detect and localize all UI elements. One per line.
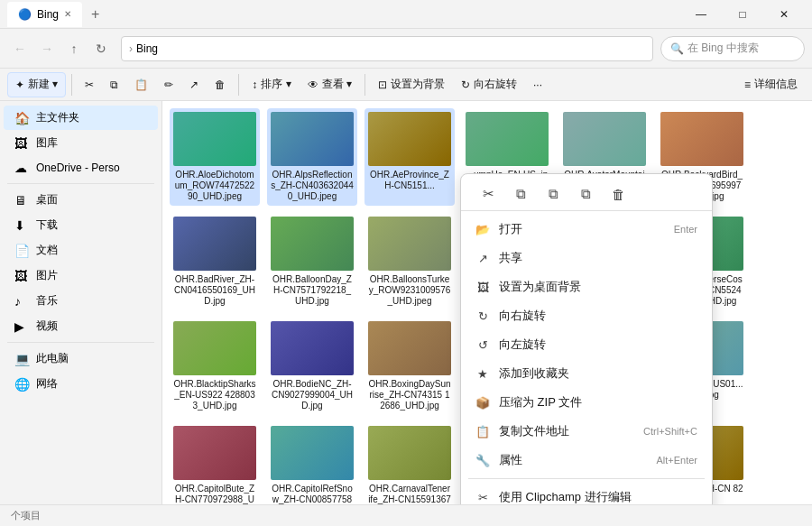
list-item[interactable]: OHR.CapitolRefSnow_ZH-CN0085775882_UHD.j… — [267, 422, 357, 504]
ctx-open[interactable]: 📂 打开 Enter — [461, 215, 712, 244]
statusbar: 个项目 — [0, 504, 812, 526]
sidebar-item-music[interactable]: ♪ 音乐 — [4, 289, 158, 313]
sidebar-videos-label: 视频 — [36, 318, 58, 334]
sidebar-downloads-label: 下载 — [36, 217, 58, 233]
ctx-zip[interactable]: 📦 压缩为 ZIP 文件 — [461, 388, 712, 417]
list-item[interactable]: OHR.CarnavalTenerife_ZH-CN1559136778_UHD… — [364, 422, 455, 504]
ctx-set-bg[interactable]: 🖼 设置为桌面背景 — [461, 272, 712, 301]
ctx-properties[interactable]: 🔧 属性 Alt+Enter — [461, 446, 712, 475]
sidebar-item-docs[interactable]: 📄 文档 — [4, 238, 158, 263]
set-bg-button[interactable]: ⊡ 设置为背景 — [371, 72, 452, 97]
file-content: OHR.AloeDichotomum_ROW7447252290_UHD.jpe… — [162, 101, 812, 504]
pc-icon: 💻 — [14, 352, 29, 366]
cut-button[interactable]: ✂ — [78, 72, 101, 97]
status-items: 个项目 — [11, 509, 41, 522]
cloud-icon: ☁ — [14, 161, 29, 175]
refresh-button[interactable]: ↻ — [88, 36, 114, 61]
ctx-zip-label: 压缩为 ZIP 文件 — [499, 394, 582, 411]
rotate-right-label: 向右旋转 — [474, 77, 517, 92]
ctx-open-label: 打开 — [499, 221, 522, 237]
forward-button[interactable]: → — [34, 36, 60, 61]
sidebar-gallery-label: 图库 — [36, 135, 58, 151]
sort-label: 排序 ▾ — [261, 77, 291, 92]
videos-icon: ▶ — [14, 319, 29, 334]
ctx-rotate-right[interactable]: ↻ 向右旋转 — [461, 301, 712, 330]
sidebar-item-pc[interactable]: 💻 此电脑 — [4, 346, 158, 371]
close-button[interactable]: ✕ — [763, 0, 805, 29]
list-item[interactable]: OHR.AeProvince_ZH-CN5151... — [364, 108, 455, 206]
delete-icon: 🗑 — [215, 78, 226, 91]
ctx-rotate-left[interactable]: ↺ 向左旋转 — [461, 330, 712, 359]
details-label: 详细信息 — [754, 77, 798, 92]
sidebar-item-home[interactable]: 🏠 主文件夹 — [4, 106, 158, 130]
details-icon: ≡ — [744, 78, 751, 91]
search-icon: 🔍 — [670, 42, 684, 55]
ctx-paste-button[interactable]: ⧉ — [573, 181, 598, 207]
ctx-delete-button[interactable]: 🗑 — [605, 181, 631, 207]
search-box[interactable]: 🔍 在 Bing 中搜索 — [660, 36, 805, 61]
list-item[interactable]: OHR.AloeDichotomum_ROW7447252290_UHD.jpe… — [170, 108, 260, 206]
copy-button[interactable]: ⧉ — [103, 72, 125, 97]
new-tab-button[interactable]: + — [84, 6, 106, 23]
view-button[interactable]: 👁 查看 ▾ — [300, 72, 359, 97]
ctx-share-label: 共享 — [499, 250, 522, 266]
sidebar-item-downloads[interactable]: ⬇ 下载 — [4, 213, 158, 237]
rotate-right-icon: ↻ — [461, 78, 470, 91]
sidebar-item-network[interactable]: 🌐 网络 — [4, 372, 158, 396]
rename-button[interactable]: ✏ — [157, 72, 180, 97]
paste-icon: 📋 — [134, 78, 148, 91]
open-icon: 📂 — [475, 222, 490, 236]
separator-2 — [238, 74, 239, 96]
list-item[interactable]: OHR.BalloonsTurkey_ROW9231009576_UHD.jpe… — [364, 213, 455, 310]
titlebar-tab-bing[interactable]: 🔵 Bing ✕ — [7, 2, 82, 27]
minimize-button[interactable]: — — [680, 0, 722, 29]
paste-button[interactable]: 📋 — [127, 72, 155, 97]
sidebar-pictures-label: 图片 — [36, 268, 58, 283]
list-item[interactable]: OHR.AlpsReflections_ZH-CN4036320440_UHD.… — [267, 108, 357, 206]
ctx-copy-path[interactable]: 📋 复制文件地址 Ctrl+Shift+C — [461, 417, 712, 446]
sidebar-item-videos[interactable]: ▶ 视频 — [4, 314, 158, 338]
delete-button[interactable]: 🗑 — [208, 72, 233, 97]
ctx-favorites[interactable]: ★ 添加到收藏夹 — [461, 359, 712, 388]
list-item[interactable]: OHR.BlacktipSharks_EN-US922 4288033_UHD.… — [170, 318, 260, 415]
clipchamp-icon: ✂ — [475, 490, 490, 504]
address-text: Bing — [136, 42, 158, 55]
list-item[interactable]: OHR.BoxingDaySunrise_ZH-CN74315 12686_UH… — [364, 318, 455, 415]
more-button[interactable]: ··· — [526, 72, 549, 97]
new-button[interactable]: ✦ 新建 ▾ — [7, 72, 66, 97]
list-item[interactable]: OHR.BodieNC_ZH-CN9027999004_UHD.jpg — [267, 318, 357, 415]
details-button[interactable]: ≡ 详细信息 — [737, 72, 805, 97]
sort-button[interactable]: ↕ 排序 ▾ — [245, 72, 298, 97]
list-item[interactable]: OHR.BadRiver_ZH-CN0416550169_UHD.jpg — [170, 213, 260, 310]
sidebar-item-desktop[interactable]: 🖥 桌面 — [4, 188, 158, 212]
context-menu: ✂ ⧉ ⧉ ⧉ 🗑 📂 打开 Enter ↗ 共享 🖼 设置为桌面背景 ↻ — [460, 173, 713, 504]
ctx-cut-button[interactable]: ✂ — [475, 181, 501, 207]
sidebar-network-label: 网络 — [36, 376, 58, 392]
network-icon: 🌐 — [14, 377, 29, 392]
list-item[interactable]: OHR.BalloonDay_ZH-CN7571792218_UHD.jpg — [267, 213, 357, 310]
window-controls: — □ ✕ — [680, 0, 805, 29]
search-placeholder: 在 Bing 中搜索 — [687, 41, 759, 56]
sidebar-item-pictures[interactable]: 🖼 图片 — [4, 263, 158, 288]
list-item[interactable]: OHR.CapitolBute_ZH-CN770972988_UHD.jpg — [170, 422, 260, 504]
set-bg-icon: ⊡ — [378, 78, 387, 91]
bing-favicon: 🔵 — [18, 8, 32, 21]
ctx-rotate-right-label: 向右旋转 — [499, 308, 546, 324]
ctx-copy-button[interactable]: ⧉ — [508, 181, 533, 207]
address-bar[interactable]: › Bing — [121, 36, 653, 61]
close-tab-button[interactable]: ✕ — [64, 9, 71, 19]
ctx-share[interactable]: ↗ 共享 — [461, 244, 712, 272]
status-count: 个项目 — [11, 510, 41, 521]
maximize-button[interactable]: □ — [722, 0, 763, 29]
titlebar-tab-label: Bing — [37, 8, 59, 21]
command-toolbar: ✦ 新建 ▾ ✂ ⧉ 📋 ✏ ↗ 🗑 ↕ 排序 ▾ 👁 查看 ▾ ⊡ 设置为背景… — [0, 69, 812, 101]
ctx-copy2-button[interactable]: ⧉ — [540, 181, 566, 207]
up-button[interactable]: ↑ — [61, 36, 87, 61]
share-button[interactable]: ↗ — [182, 72, 206, 97]
rotate-right-button[interactable]: ↻ 向右旋转 — [454, 72, 524, 97]
sidebar-item-gallery[interactable]: 🖼 图库 — [4, 131, 158, 155]
back-button[interactable]: ← — [7, 36, 32, 61]
sidebar-item-onedrive[interactable]: ☁ OneDrive - Perso — [4, 156, 158, 180]
docs-icon: 📄 — [14, 244, 29, 258]
ctx-clipchamp[interactable]: ✂ 使用 Clipchamp 进行编辑 — [461, 483, 712, 504]
